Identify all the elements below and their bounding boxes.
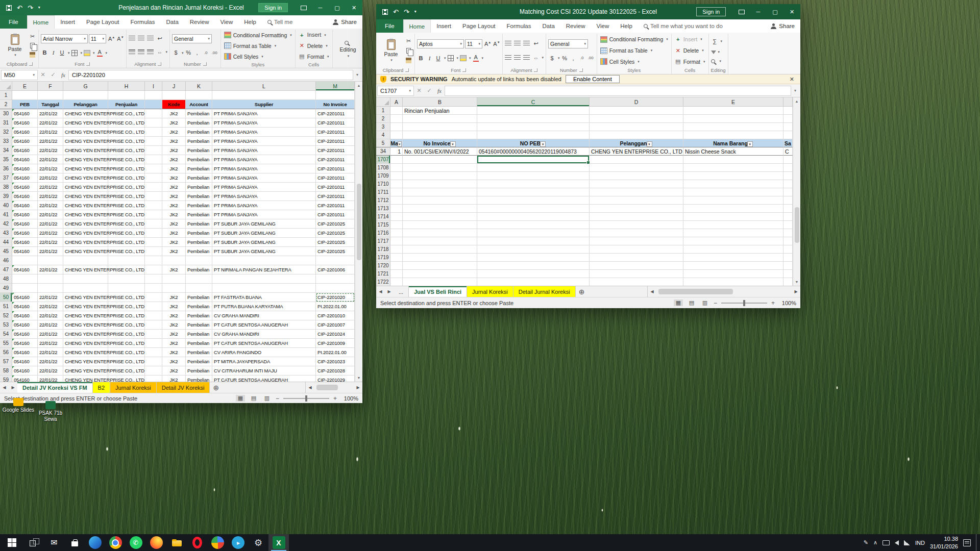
cell-I58[interactable] bbox=[145, 366, 162, 375]
cell-A1711[interactable] bbox=[390, 188, 403, 196]
cell-F52[interactable]: 22/01/22 bbox=[38, 311, 63, 320]
cut-icon[interactable]: ✂ bbox=[29, 33, 36, 40]
cell-C1713[interactable] bbox=[477, 205, 590, 213]
hscroll-left-icon[interactable]: ◀ bbox=[648, 289, 656, 294]
cell-I32[interactable] bbox=[145, 128, 162, 137]
cell-I34[interactable] bbox=[145, 146, 162, 155]
cell-F1710[interactable] bbox=[783, 180, 793, 188]
bold-icon[interactable]: B bbox=[41, 49, 48, 57]
cell-M54[interactable]: CIP-2201024 bbox=[316, 330, 355, 339]
cell-F50[interactable]: 22/01/22 bbox=[38, 293, 63, 302]
row-header-42[interactable]: 42 bbox=[0, 219, 12, 229]
cancel-icon[interactable]: ✕ bbox=[38, 71, 48, 78]
column-header-C[interactable]: C bbox=[477, 97, 590, 106]
cell-E51[interactable]: 054160 bbox=[12, 302, 38, 311]
share-button[interactable]: Share bbox=[327, 15, 362, 29]
select-all-button[interactable] bbox=[0, 82, 12, 90]
cell-F44[interactable]: 22/01/22 bbox=[38, 238, 63, 247]
row-header-55[interactable]: 55 bbox=[0, 339, 12, 348]
cell-E47[interactable]: 054160 bbox=[12, 265, 38, 274]
cell-J40[interactable]: JK2 bbox=[162, 201, 186, 210]
cell-E31[interactable]: 054160 bbox=[12, 118, 38, 128]
cell-M31[interactable]: CIP-2201011 bbox=[316, 118, 355, 128]
row-header-43[interactable]: 43 bbox=[0, 229, 12, 238]
cell-F1717[interactable] bbox=[783, 237, 793, 245]
undo-icon[interactable]: ↶ bbox=[393, 9, 399, 15]
cell-I47[interactable] bbox=[145, 265, 162, 274]
cell-M47[interactable]: CIP-2201006 bbox=[316, 265, 355, 274]
cell-G32[interactable]: CHENG YEN ENTERPRISE CO., LTD bbox=[63, 128, 108, 137]
cell-A4[interactable] bbox=[390, 131, 403, 139]
taskbar-telegram-icon[interactable]: ▸ bbox=[228, 534, 248, 551]
cell-F5[interactable]: Sa bbox=[783, 139, 793, 147]
cell-F1712[interactable] bbox=[783, 196, 793, 205]
filter-icon[interactable]: ▼ bbox=[450, 141, 456, 147]
sheet-tab-2[interactable]: Jurnal Koreksi bbox=[467, 286, 513, 297]
cell-F46[interactable] bbox=[38, 256, 63, 265]
row-header-38[interactable]: 38 bbox=[0, 183, 12, 192]
cell-C1722[interactable] bbox=[477, 278, 590, 286]
align-left-icon[interactable] bbox=[129, 49, 135, 55]
cell-F4[interactable] bbox=[783, 131, 793, 139]
row-header-39[interactable]: 39 bbox=[0, 192, 12, 201]
increase-decimal-icon[interactable]: .0 bbox=[578, 55, 586, 62]
cell-I42[interactable] bbox=[145, 219, 162, 229]
cell-A5[interactable]: Ma▼ bbox=[390, 139, 403, 147]
desktop-icon-google-slides[interactable]: Google Slides bbox=[1, 398, 36, 413]
cell-K51[interactable]: Pembelian bbox=[186, 302, 212, 311]
cell-E48[interactable] bbox=[12, 274, 38, 284]
cell-I51[interactable] bbox=[145, 302, 162, 311]
cell-M52[interactable]: CIP-2201010 bbox=[316, 311, 355, 320]
ribbon-tab-home[interactable]: Home bbox=[403, 19, 431, 33]
save-icon[interactable] bbox=[382, 9, 388, 15]
column-header-H[interactable]: H bbox=[108, 82, 145, 90]
cell-E2[interactable] bbox=[683, 115, 783, 123]
dialog-launcher-icon[interactable] bbox=[203, 62, 207, 66]
paste-button[interactable]: Paste▾ bbox=[379, 35, 403, 66]
cell-K1[interactable] bbox=[186, 91, 212, 100]
column-header-E[interactable]: E bbox=[683, 97, 783, 106]
cell-M44[interactable]: CIP-2201025 bbox=[316, 238, 355, 247]
row-header-1721[interactable]: 1721 bbox=[376, 270, 390, 278]
zoom-level[interactable]: 100% bbox=[779, 300, 796, 306]
cell-J41[interactable]: JK2 bbox=[162, 210, 186, 219]
page-break-view-icon[interactable]: ▥ bbox=[700, 299, 709, 306]
cell-E36[interactable]: 054160 bbox=[12, 164, 38, 173]
cell-J53[interactable]: JK2 bbox=[162, 320, 186, 330]
cell-K34[interactable]: Pembelian bbox=[186, 146, 212, 155]
cell-B1711[interactable] bbox=[403, 188, 477, 196]
cell-E1707[interactable] bbox=[683, 156, 783, 164]
cell-I55[interactable] bbox=[145, 339, 162, 348]
cell-D1708[interactable] bbox=[590, 164, 683, 172]
formula-bar-expand-icon[interactable]: ▾ bbox=[353, 72, 361, 77]
cell-B1709[interactable] bbox=[403, 172, 477, 180]
cell-E1710[interactable] bbox=[683, 180, 783, 188]
cell-E54[interactable]: 054160 bbox=[12, 330, 38, 339]
cell-H1[interactable] bbox=[108, 91, 145, 100]
cell-A34[interactable]: 1 bbox=[390, 147, 403, 156]
action-center-icon[interactable] bbox=[963, 539, 971, 546]
cell-I43[interactable] bbox=[145, 229, 162, 238]
increase-decimal-icon[interactable]: .0 bbox=[202, 49, 210, 57]
cell-C1721[interactable] bbox=[477, 270, 590, 278]
cell-G36[interactable]: CHENG YEN ENTERPRISE CO., LTD bbox=[63, 164, 108, 173]
cell-D2[interactable] bbox=[590, 115, 683, 123]
cell-A1713[interactable] bbox=[390, 205, 403, 213]
cell-M50[interactable]: CIP-2201020 bbox=[316, 293, 355, 302]
cell-F42[interactable]: 22/01/22 bbox=[38, 219, 63, 229]
sheet-tab-0[interactable]: Detail JV Koreksi VS FM bbox=[17, 382, 93, 393]
copy-icon[interactable] bbox=[405, 47, 412, 54]
cell-G57[interactable]: CHENG YEN ENTERPRISE CO., LTD bbox=[63, 357, 108, 366]
font-size-select[interactable]: 11▾ bbox=[89, 34, 106, 43]
cell-K39[interactable]: Pembelian bbox=[186, 192, 212, 201]
cell-E1711[interactable] bbox=[683, 188, 783, 196]
align-right-icon[interactable] bbox=[523, 55, 530, 61]
paste-button[interactable]: Paste▾ bbox=[3, 31, 27, 60]
cell-J43[interactable]: JK2 bbox=[162, 229, 186, 238]
row-header-49[interactable]: 49 bbox=[0, 284, 12, 293]
row-header-50[interactable]: 50 bbox=[0, 293, 12, 302]
cell-E57[interactable]: 054160 bbox=[12, 357, 38, 366]
cell-K32[interactable]: Pembelian bbox=[186, 128, 212, 137]
underline-icon[interactable]: U bbox=[58, 49, 66, 57]
row-header-2[interactable]: 2 bbox=[376, 115, 390, 123]
